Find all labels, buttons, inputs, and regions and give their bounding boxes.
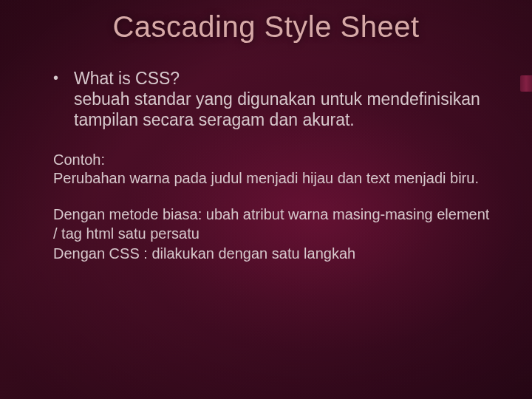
method-ordinary: Dengan metode biasa: ubah atribut warna … — [53, 205, 497, 243]
slide-body: • What is CSS? sebuah standar yang digun… — [53, 68, 497, 265]
bullet-answer: sebuah standar yang digunakan untuk mend… — [74, 89, 497, 130]
example-text: Perubahan warna pada judul menjadi hijau… — [53, 169, 497, 188]
method-css-text: Dengan CSS : dilakukan dengan satu langk… — [53, 245, 355, 262]
bullet-level1: • What is CSS? sebuah standar yang digun… — [53, 68, 497, 130]
method-ordinary-text: Dengan metode biasa: ubah atribut warna … — [53, 206, 489, 242]
method-css: Dengan CSS : dilakukan dengan satu langk… — [53, 245, 497, 264]
bullet-dot-icon: • — [53, 68, 74, 89]
slide-title: Cascading Style Sheet — [0, 10, 532, 44]
methods-block: Dengan metode biasa: ubah atribut warna … — [53, 205, 497, 264]
accent-strip — [520, 75, 532, 92]
slide: Cascading Style Sheet • What is CSS? seb… — [0, 0, 532, 399]
example-block: Contoh: Perubahan warna pada judul menja… — [53, 151, 497, 188]
example-label: Contoh: — [53, 151, 497, 169]
bullet-question: What is CSS? — [74, 68, 180, 89]
